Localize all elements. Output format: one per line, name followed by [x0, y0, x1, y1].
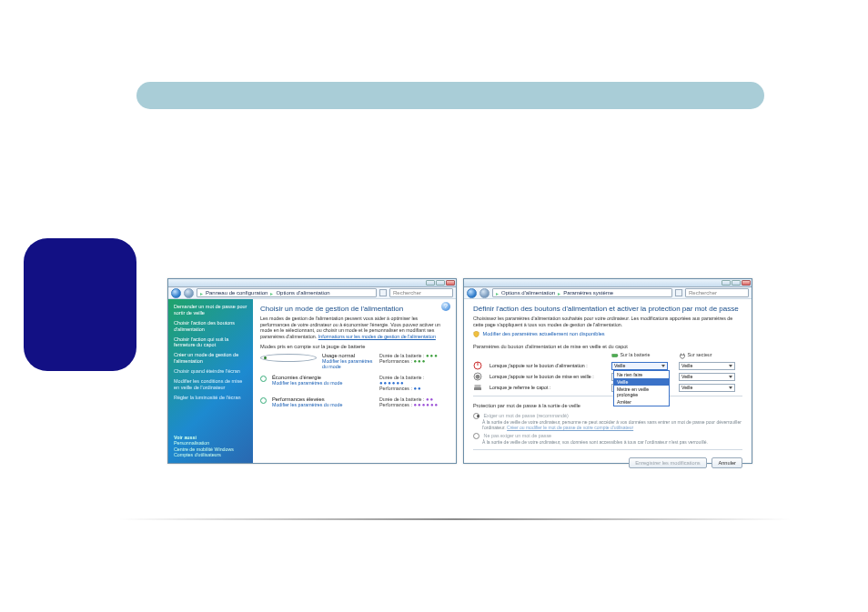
performance-indicator: ●●●: [413, 358, 426, 364]
sleep-button-icon: [473, 372, 482, 381]
change-plan-link[interactable]: Modifier les paramètres du mode: [322, 358, 374, 369]
see-also-heading: Voir aussi: [174, 435, 247, 441]
button-action-table: Sur la batterie Sur secteur Lorsque j'ap…: [473, 352, 742, 392]
power-plan: Usage normal Modifier les paramètres du …: [260, 353, 449, 369]
performance-label: Performances :: [379, 402, 412, 407]
performance-label: Performances :: [379, 386, 412, 391]
titlebar: [464, 279, 752, 287]
plan-radio[interactable]: [260, 354, 317, 362]
change-password-link[interactable]: Créer ou modifier le mot de passe de vot…: [507, 425, 633, 430]
change-plan-link[interactable]: Modifier les paramètres du mode: [272, 380, 374, 386]
svg-rect-0: [612, 355, 618, 357]
row-label: Lorsque je referme le capot :: [490, 385, 608, 390]
power-plan: Performances élevées Modifier les paramè…: [260, 396, 449, 407]
battery-icon: [611, 352, 619, 359]
breadcrumb-item[interactable]: Panneau de configuration: [206, 290, 267, 296]
plan-radio[interactable]: [260, 397, 267, 404]
breadcrumb-item[interactable]: Options d'alimentation: [501, 290, 555, 296]
address-dropdown[interactable]: [379, 289, 387, 296]
power-plan: Économies d'énergie Modifier les paramèt…: [260, 375, 449, 391]
require-password-option: Exiger un mot de passe (recommandé) À la…: [473, 413, 742, 430]
dropdown-option[interactable]: Mettre en veille prolongée: [614, 386, 669, 398]
option-radio: [473, 433, 479, 439]
page-title: Choisir un mode de gestion de l'alimenta…: [260, 305, 449, 313]
search-input[interactable]: Rechercher: [389, 288, 453, 297]
titlebar: [168, 279, 456, 287]
svg-rect-5: [474, 387, 481, 390]
power-button-battery-select[interactable]: Veille: [611, 362, 668, 370]
nav-forward-button[interactable]: [184, 288, 194, 298]
maximize-button[interactable]: [732, 280, 741, 286]
content-pane: Définir l'action des boutons d'alimentat…: [464, 299, 752, 471]
close-button[interactable]: [446, 280, 455, 286]
window-system-settings: ▸ Options d'alimentation ▸ Paramètres sy…: [463, 278, 752, 464]
sidebar-item[interactable]: Modifier les conditions de mise en veill…: [174, 378, 247, 391]
option-radio: [473, 413, 479, 419]
nav-forward-button[interactable]: [479, 288, 490, 298]
svg-rect-6: [475, 385, 481, 387]
see-also-item[interactable]: Comptes d'utilisateurs: [174, 452, 247, 458]
breadcrumb-item[interactable]: Options d'alimentation: [276, 290, 329, 296]
lid-close-icon: [473, 383, 482, 392]
info-link[interactable]: Informations sur les modes de gestion de…: [318, 334, 436, 339]
breadcrumb[interactable]: ▸ Panneau de configuration ▸ Options d'a…: [197, 288, 377, 297]
breadcrumb[interactable]: ▸ Options d'alimentation ▸ Paramètres sy…: [492, 288, 672, 297]
minimize-button[interactable]: [426, 280, 435, 286]
group-heading: Protection par mot de passe à la sortie …: [473, 403, 742, 408]
sidebar-item[interactable]: Choisir l'action des boutons d'alimentat…: [174, 320, 247, 333]
sidebar-item[interactable]: Régler la luminosité de l'écran: [174, 395, 247, 401]
dropdown-option[interactable]: Veille: [614, 378, 669, 386]
group-heading: Paramètres du bouton d'alimentation et d…: [473, 344, 742, 349]
no-password-option: Ne pas exiger un mot de passe À la sorti…: [473, 433, 742, 445]
plan-radio[interactable]: [260, 376, 267, 382]
battery-indicator: ●●●: [426, 353, 439, 358]
col-battery: Sur la batterie: [611, 352, 675, 359]
decorative-banner: [136, 82, 764, 109]
maximize-button[interactable]: [436, 280, 445, 286]
breadcrumb-root-icon: ▸: [200, 290, 203, 296]
address-row: ▸ Options d'alimentation ▸ Paramètres sy…: [464, 287, 752, 299]
nav-back-button[interactable]: [171, 288, 181, 298]
tasks-sidebar: Demander un mot de passe pour sortir de …: [168, 299, 253, 463]
unlock-settings-link[interactable]: Modifier des paramètres actuellement non…: [473, 331, 742, 337]
change-plan-link[interactable]: Modifier les paramètres du mode: [272, 402, 374, 407]
separator: [473, 449, 742, 450]
performance-label: Performances :: [379, 358, 412, 364]
minimize-button[interactable]: [722, 280, 731, 286]
power-button-icon: [473, 361, 482, 370]
select-dropdown[interactable]: Ne rien faire Veille Mettre en veille pr…: [613, 370, 670, 406]
separator: [473, 396, 742, 396]
address-row: ▸ Panneau de configuration ▸ Options d'a…: [168, 287, 456, 299]
power-button-ac-select[interactable]: Veille: [679, 362, 735, 370]
sidebar-item[interactable]: Demander un mot de passe pour sortir de …: [174, 304, 247, 316]
sidebar-item[interactable]: Créer un mode de gestion de l'alimentati…: [174, 352, 247, 365]
search-input[interactable]: Rechercher: [685, 288, 749, 297]
sidebar-item[interactable]: Choisir quand éteindre l'écran: [174, 368, 247, 375]
dropdown-option[interactable]: Ne rien faire: [614, 371, 669, 378]
col-plugged: Sur secteur: [679, 352, 742, 359]
content-pane: Choisir un mode de gestion de l'alimenta…: [253, 299, 456, 463]
close-button[interactable]: [742, 280, 751, 286]
dialog-buttons: Enregistrer les modifications Annuler: [473, 454, 742, 468]
decorative-rule: [118, 518, 792, 520]
nav-back-button[interactable]: [467, 288, 477, 298]
save-button[interactable]: Enregistrer les modifications: [629, 457, 706, 468]
sleep-button-ac-select[interactable]: Veille: [679, 373, 735, 381]
lid-ac-select[interactable]: Veille: [679, 384, 735, 392]
row-label: Lorsque j'appuie sur le bouton d'aliment…: [490, 363, 608, 368]
row-label: Lorsque j'appuie sur le bouton de mise e…: [490, 374, 608, 379]
sidebar-item[interactable]: Choisir l'action qui suit la fermeture d…: [174, 336, 247, 349]
page-description: Les modes de gestion de l'alimentation p…: [260, 316, 449, 339]
see-also-item[interactable]: Personnalisation: [174, 440, 247, 446]
address-dropdown[interactable]: [675, 289, 682, 296]
help-icon[interactable]: ?: [441, 302, 450, 311]
breadcrumb-item[interactable]: Paramètres système: [563, 290, 613, 296]
dropdown-option[interactable]: Arrêter: [614, 398, 669, 406]
cancel-button[interactable]: Annuler: [712, 457, 742, 468]
chevron-right-icon: ▸: [270, 290, 273, 296]
page-title: Définir l'action des boutons d'alimentat…: [473, 305, 742, 313]
performance-indicator: ●●: [413, 386, 421, 391]
window-power-options: ▸ Panneau de configuration ▸ Options d'a…: [167, 278, 457, 464]
see-also-item[interactable]: Centre de mobilité Windows: [174, 446, 247, 453]
plans-heading: Modes pris en compte sur la jauge de bat…: [260, 344, 449, 349]
